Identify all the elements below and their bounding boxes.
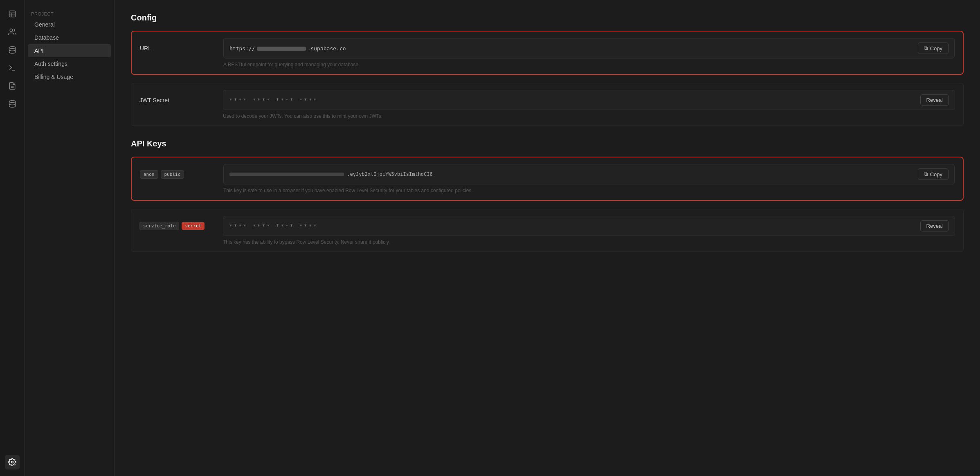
svg-point-9 — [9, 101, 15, 103]
table-icon-btn[interactable] — [5, 7, 20, 21]
jwt-row: JWT Secret **** **** **** **** Reveal — [139, 90, 955, 110]
anon-key-description: This key is safe to use in a browser if … — [223, 188, 955, 193]
nav-section-label: Project — [25, 8, 114, 18]
docs-icon-btn[interactable] — [5, 79, 20, 93]
jwt-label: JWT Secret — [139, 97, 213, 103]
main-content: Config URL https://.supabase.co ⧉ Copy A… — [115, 0, 980, 476]
public-badge: public — [161, 170, 184, 179]
anon-key-value: .eyJyb2xlIjoiYW5vbiIsImlhdCI6 — [229, 171, 914, 177]
secret-badge: secret — [182, 222, 205, 230]
svg-point-5 — [9, 47, 15, 49]
copy-icon: ⧉ — [924, 45, 928, 52]
svg-point-4 — [10, 29, 13, 32]
api-keys-section: API Keys anon public .eyJyb2xlIjoiYW5vbi… — [131, 139, 964, 252]
anon-badge-group: anon public — [140, 170, 214, 179]
service-reveal-button[interactable]: Reveal — [920, 220, 949, 231]
anon-key-row: anon public .eyJyb2xlIjoiYW5vbiIsImlhdCI… — [140, 164, 955, 184]
anon-badge: anon — [140, 170, 158, 179]
database-icon-btn[interactable] — [5, 97, 20, 111]
nav-item-api[interactable]: API — [28, 44, 111, 57]
anon-copy-icon: ⧉ — [924, 171, 928, 177]
config-section: Config URL https://.supabase.co ⧉ Copy A… — [131, 13, 964, 126]
nav-sidebar: Project General Database API Auth settin… — [25, 0, 115, 476]
svg-point-10 — [11, 461, 13, 463]
nav-item-billing[interactable]: Billing & Usage — [28, 70, 111, 83]
url-description: A RESTful endpoint for querying and mana… — [223, 62, 955, 67]
users-icon-btn[interactable] — [5, 25, 20, 39]
icon-sidebar — [0, 0, 25, 476]
nav-item-auth[interactable]: Auth settings — [28, 57, 111, 70]
jwt-reveal-button[interactable]: Reveal — [920, 94, 949, 106]
anon-key-suffix: .eyJyb2xlIjoiYW5vbiIsImlhdCI6 — [347, 171, 433, 177]
service-role-badge: service_role — [139, 222, 179, 230]
url-masked-bar — [257, 47, 306, 51]
anon-copy-button[interactable]: ⧉ Copy — [918, 168, 949, 180]
jwt-description: Used to decode your JWTs. You can also u… — [223, 113, 955, 119]
service-badge-group: service_role secret — [139, 222, 213, 230]
service-key-description: This key has the ability to bypass Row L… — [223, 239, 955, 245]
terminal-icon-btn[interactable] — [5, 61, 20, 75]
url-copy-button[interactable]: ⧉ Copy — [918, 43, 949, 54]
url-value: https://.supabase.co — [229, 45, 914, 52]
storage-icon-btn[interactable] — [5, 43, 20, 57]
url-label: URL — [140, 45, 214, 52]
service-key-masked: **** **** **** **** — [229, 223, 916, 229]
config-section-title: Config — [131, 13, 964, 22]
api-keys-section-title: API Keys — [131, 139, 964, 148]
service-key-row: service_role secret **** **** **** **** … — [139, 216, 955, 236]
url-row: URL https://.supabase.co ⧉ Copy — [140, 38, 955, 58]
anon-key-masked-bar — [229, 173, 344, 176]
jwt-input-group: **** **** **** **** Reveal — [223, 90, 955, 110]
settings-icon-btn[interactable] — [5, 455, 20, 469]
nav-item-database[interactable]: Database — [28, 31, 111, 44]
url-input-group: https://.supabase.co ⧉ Copy — [223, 38, 955, 58]
nav-item-general[interactable]: General — [28, 18, 111, 31]
jwt-masked-value: **** **** **** **** — [229, 97, 916, 103]
svg-rect-0 — [9, 11, 15, 17]
service-key-input-group: **** **** **** **** Reveal — [223, 216, 955, 236]
anon-key-input-group: .eyJyb2xlIjoiYW5vbiIsImlhdCI6 ⧉ Copy — [223, 164, 955, 184]
